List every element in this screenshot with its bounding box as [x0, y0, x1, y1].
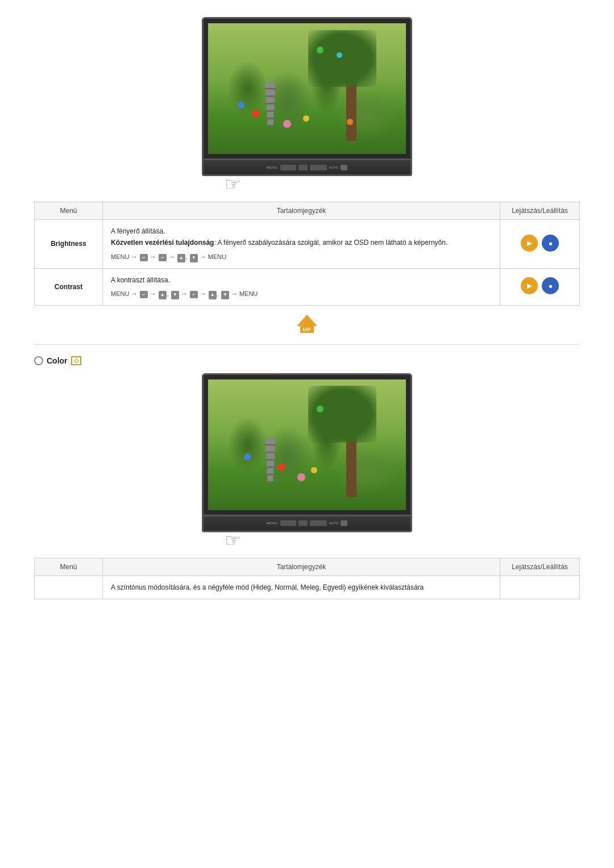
- contrast-play-btn[interactable]: [521, 277, 538, 294]
- monitor-screen-1: [208, 23, 406, 154]
- brightness-row: Brightness A fényerő állítása. Közvetlen…: [35, 220, 580, 269]
- color-table: Menü Tartalomjegyzék Lejátszás/Leállítás…: [34, 558, 580, 599]
- color-controls-cell: [500, 575, 580, 599]
- pagoda-icon-2: [263, 439, 277, 484]
- auto-btn[interactable]: [310, 165, 327, 170]
- contrast-controls: [500, 268, 580, 305]
- menu-btn-label: MENU: [267, 166, 278, 169]
- enter-icon-3: ↵: [140, 291, 148, 298]
- lantern-yellow: [303, 115, 309, 122]
- power-btn[interactable]: [341, 165, 347, 170]
- hand-cursor-icon-1: ☞: [225, 173, 241, 195]
- color-circle-icon: [34, 356, 43, 365]
- contrast-stop-btn[interactable]: [542, 277, 559, 294]
- col-content-header-2: Tartalomjegyzék: [103, 558, 500, 575]
- brightness-content: A fényerő állítása. Közvetlen vezérlési …: [103, 220, 500, 269]
- brightness-btn[interactable]: [280, 165, 296, 170]
- auto-btn-2[interactable]: [310, 520, 327, 526]
- down-arrow-2: ▼: [171, 291, 179, 299]
- power-btn-2[interactable]: [341, 520, 347, 526]
- nav-btn-1[interactable]: [298, 165, 308, 170]
- down-arrow-3: ▼: [221, 291, 229, 299]
- brightness-controls: [500, 220, 580, 269]
- col-menu-header-1: Menü: [35, 202, 103, 220]
- color-heading: Color ◇: [34, 356, 580, 365]
- monitor-frame-2: [202, 373, 412, 516]
- contrast-desc: A kontraszt állítása.: [111, 274, 492, 286]
- lantern-orange: [347, 119, 353, 125]
- brightness-nav: MENU → ↵ → ↵ → ▲, ▼ → MENU: [111, 252, 492, 262]
- hand-cursor-icon-2: ☞: [225, 529, 241, 551]
- brightness-label: Brightness: [35, 220, 103, 269]
- tree-branches-icon: [308, 30, 376, 87]
- monitor-screen-2: [208, 379, 406, 510]
- auto-label-2: AUTO: [329, 521, 339, 525]
- pagoda-icon: [263, 82, 277, 128]
- brightness-contrast-table: Menü Tartalomjegyzék Lejátszás/Leállítás…: [34, 202, 580, 306]
- lantern-cyan: [337, 52, 342, 58]
- auto-label: AUTO: [329, 166, 339, 169]
- lantern-yellow-2: [311, 467, 317, 473]
- garden-image-1: [208, 23, 406, 154]
- contrast-nav: MENU → ↵ → ▲, ▼ → ↵ → ▲, ▼ → MENU: [111, 289, 492, 299]
- color-square-icon: ◇: [71, 356, 81, 365]
- brightness-desc-line2: : A fényerő szabályozására szolgál, amik…: [214, 239, 447, 247]
- nav-btn-2[interactable]: [298, 520, 308, 526]
- color-desc: A színtónus módosítására, és a négyféle …: [111, 582, 492, 593]
- contrast-content: A kontraszt állítása. MENU → ↵ → ▲, ▼ → …: [103, 268, 500, 305]
- contrast-desc-line1: A kontraszt állítása.: [111, 276, 170, 284]
- section-divider: [34, 344, 580, 345]
- lantern-red-2: [277, 463, 285, 471]
- enter-icon-1: ↵: [140, 254, 148, 261]
- monitor-frame-1: [202, 17, 412, 160]
- up-arrow-3: ▲: [209, 291, 217, 299]
- col-playstop-header-1: Lejátszás/Leállítás: [500, 202, 580, 220]
- menu-btn-label-2: MENU: [267, 521, 278, 525]
- up-triangle-icon: [297, 315, 317, 326]
- up-button-section: UP: [34, 315, 580, 333]
- lantern-red: [252, 110, 260, 118]
- brightness-stop-btn[interactable]: [542, 235, 559, 252]
- up-label: UP: [300, 326, 314, 333]
- enter-icon-2: ↵: [159, 254, 167, 261]
- lantern-blue-2: [244, 453, 251, 460]
- color-menu-cell: [35, 575, 103, 599]
- brightness-desc-line1: A fényerő állítása.: [111, 227, 165, 235]
- col-menu-header-2: Menü: [35, 558, 103, 575]
- garden-image-2: [208, 379, 406, 510]
- contrast-row: Contrast A kontraszt állítása. MENU → ↵ …: [35, 268, 580, 305]
- monitor-display-1: MENU AUTO ☞: [34, 17, 580, 195]
- col-playstop-header-2: Lejátszás/Leállítás: [500, 558, 580, 575]
- up-arrow-2: ▲: [159, 291, 167, 299]
- lantern-pink: [283, 120, 291, 128]
- tree-branches-icon-2: [308, 386, 376, 443]
- color-row: A színtónus módosítására, és a négyféle …: [35, 575, 580, 599]
- lantern-pink-2: [297, 473, 305, 481]
- up-button[interactable]: UP: [297, 315, 317, 333]
- down-arrow-1: ▼: [190, 254, 198, 262]
- col-content-header-1: Tartalomjegyzék: [103, 202, 500, 220]
- brightness-desc: A fényerő állítása. Közvetlen vezérlési …: [111, 226, 492, 249]
- up-arrow-1: ▲: [177, 254, 185, 262]
- brightness-desc-bold: Közvetlen vezérlési tulajdonság: [111, 239, 214, 247]
- contrast-label: Contrast: [35, 268, 103, 305]
- brightness-play-btn[interactable]: [521, 235, 538, 252]
- lantern-blue: [238, 102, 244, 108]
- brightness-btn-2[interactable]: [280, 520, 296, 526]
- enter-icon-4: ↵: [190, 291, 198, 298]
- color-heading-label: Color: [47, 356, 68, 365]
- color-content: A színtónus módosítására, és a négyféle …: [103, 575, 500, 599]
- monitor-display-2: MENU AUTO ☞: [34, 373, 580, 551]
